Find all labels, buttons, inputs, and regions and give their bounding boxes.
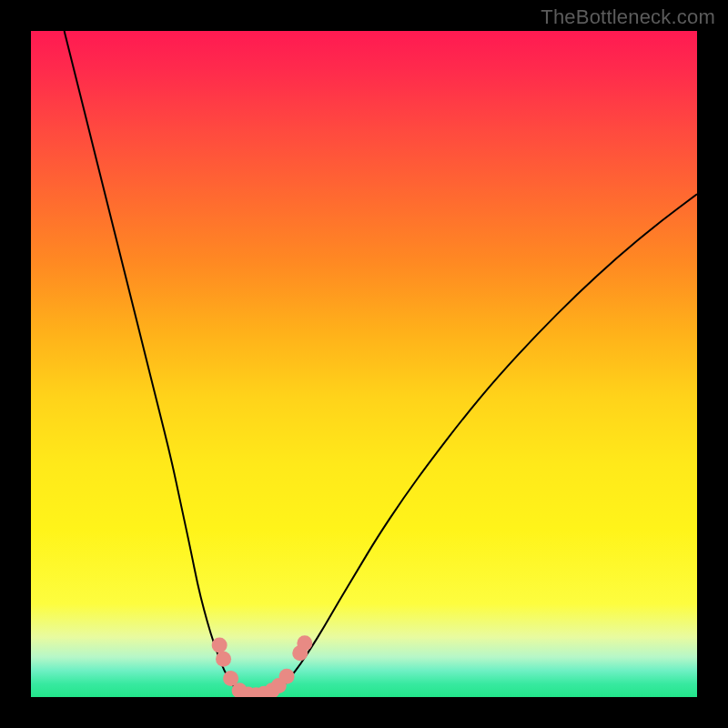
curve-marker	[216, 652, 231, 667]
bottleneck-curve	[65, 31, 697, 696]
curve-group	[65, 31, 697, 696]
curve-markers	[212, 635, 313, 697]
curve-marker	[212, 637, 228, 652]
curve-marker	[297, 635, 312, 651]
curve-marker	[279, 669, 295, 684]
bottleneck-curve-svg	[31, 31, 697, 697]
outer-frame: TheBottleneck.com	[0, 0, 728, 728]
attribution-text: TheBottleneck.com	[541, 5, 715, 29]
plot-area	[31, 31, 697, 697]
